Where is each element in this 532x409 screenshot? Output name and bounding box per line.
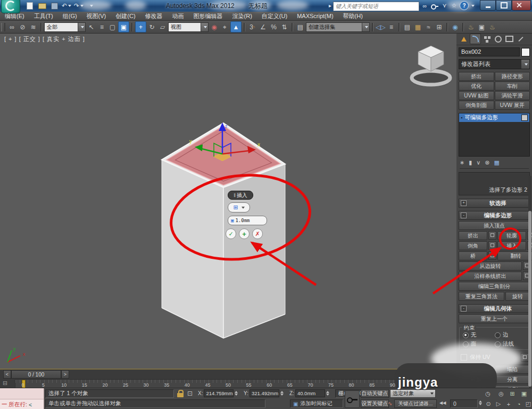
rectangular-selection-region-button[interactable]: ▢ (107, 22, 118, 32)
menu-item[interactable]: 动画 (168, 12, 189, 20)
selection-filter-caret[interactable] (78, 23, 85, 31)
configure-modifier-sets-icon[interactable]: ▦ (494, 159, 500, 166)
menu-item[interactable]: 渲染(R) (228, 12, 257, 20)
modifier-button-uvw-unwrap[interactable]: UVW 展开 (495, 101, 530, 110)
panel-scrollbar-thumb[interactable] (528, 211, 531, 387)
tab-motion[interactable] (493, 34, 503, 44)
auto-key-button[interactable]: 自动关键点 (361, 389, 389, 398)
bevel-settings-button[interactable] (488, 241, 496, 250)
minimize-button[interactable] (480, 0, 496, 11)
snaps-toggle-3d-button[interactable]: 3∩ (247, 22, 257, 32)
modifier-button-uvw-map[interactable]: UVW 贴图 (459, 91, 494, 100)
add-time-tag[interactable]: ▣ 添加时间标记 (290, 399, 343, 408)
favorites-star-icon[interactable]: ☆ (450, 2, 458, 10)
mirror-button[interactable]: ◁▷ (376, 22, 386, 32)
show-end-result-icon[interactable]: ▮ (469, 159, 472, 166)
object-color-swatch[interactable] (521, 48, 530, 56)
select-and-link-button[interactable]: ∞ (7, 22, 17, 32)
zoom-all-views-button[interactable]: ⊞ (508, 389, 517, 398)
modifier-button-lathe[interactable]: 车削 (495, 81, 530, 91)
orbit-button[interactable]: ◔ (514, 399, 523, 408)
maximize-viewport-toggle[interactable]: ◰ (523, 399, 532, 408)
close-button[interactable] (512, 0, 531, 11)
repeat-last-button[interactable]: 重复上一个 (459, 314, 530, 323)
modifier-list-caret[interactable] (521, 60, 529, 69)
flip-button[interactable]: 翻转 (497, 251, 532, 260)
set-key-button[interactable]: 设置关键点 (361, 399, 389, 408)
extrude-along-spline-button[interactable]: 沿样条线挤出 (459, 272, 522, 281)
select-and-move-button[interactable]: + (135, 21, 146, 32)
toolbar-grip[interactable] (1, 23, 5, 31)
menu-item[interactable]: 图形编辑器 (189, 12, 228, 20)
redo-button[interactable]: ↷ (73, 2, 84, 11)
infocenter-search-input[interactable] (333, 2, 419, 11)
pan-hand-button[interactable]: + (504, 399, 513, 408)
bind-to-space-warp-button[interactable]: ≋ (28, 22, 38, 32)
insert-vertex-button[interactable]: 插入顶点 (459, 221, 530, 230)
constraint-radio[interactable]: 无 (463, 331, 495, 339)
spinner-snap-toggle[interactable]: ⇅ (279, 22, 289, 32)
caddy-cancel-button[interactable]: ✗ (252, 228, 263, 239)
selection-set-caret[interactable] (362, 23, 369, 31)
search-icon[interactable]: ∞ (421, 2, 429, 10)
subscription-key-icon[interactable] (430, 2, 439, 10)
y-value-field[interactable]: 321.492mm (250, 389, 279, 397)
keyboard-shortcut-override-toggle[interactable]: ▲ (230, 21, 242, 32)
extrude-settings-button[interactable] (488, 231, 496, 240)
modifier-button-path-deform[interactable]: 路径变形 (495, 72, 530, 81)
trackbar-grip-icon[interactable]: ⊟ (3, 380, 7, 387)
communication-center-icon[interactable]: ⋎ (440, 2, 448, 10)
select-and-manipulate-button[interactable]: ⌖ (220, 22, 230, 32)
select-and-scale-button[interactable]: ▱ (157, 22, 168, 32)
caddy-title[interactable]: ‖ 插入 (228, 191, 253, 200)
z-value-field[interactable]: 40.0mm (295, 389, 325, 397)
extrude-button[interactable]: 挤出 (459, 231, 487, 240)
frame-spinner[interactable] (479, 400, 482, 405)
menu-item[interactable]: 创建(C) (111, 12, 140, 20)
caddy-amount-field[interactable]: ▣ 1.0mm (228, 216, 267, 225)
tab-display[interactable] (504, 34, 514, 44)
maxscript-mini-listener[interactable]: 一 所在行: < (0, 388, 44, 409)
pin-stack-icon[interactable]: ∗ (460, 159, 464, 166)
rollout-soft-selection[interactable]: + 软选择 (459, 199, 530, 208)
current-frame-indicator[interactable]: 0 / 100 (11, 370, 61, 379)
selection-lock-toggle[interactable] (177, 390, 184, 397)
default-in-out-tangents-icon[interactable]: ∿ (388, 400, 392, 406)
key-mode-toggle[interactable]: ⊙ (484, 399, 493, 408)
graphite-modeling-tools-button[interactable]: ▦ (413, 22, 423, 32)
z-spinner[interactable] (326, 391, 329, 396)
menu-item[interactable]: MAXScript(M) (292, 12, 338, 20)
selected-objects-dropdown[interactable]: 选定对象 (390, 389, 436, 398)
y-spinner[interactable] (280, 391, 284, 396)
save-button[interactable] (49, 2, 60, 11)
bridge-button[interactable]: 桥 (459, 251, 487, 260)
menu-item[interactable]: 修改器 (140, 12, 168, 20)
panel-scrollbar[interactable] (528, 176, 531, 386)
object-name-field[interactable]: Box002 (459, 47, 520, 56)
viewport-label[interactable]: [ + ] [ 正交 ] [ 真实 + 边面 ] (4, 35, 85, 43)
box-left-face[interactable] (162, 160, 223, 338)
qat-customize-button[interactable] (86, 2, 96, 11)
window-crossing-toggle[interactable]: ▣ (118, 21, 129, 32)
select-by-name-button[interactable]: ≡ (97, 22, 107, 32)
select-and-rotate-button[interactable]: ↻ (147, 22, 157, 32)
edit-triangulation-button[interactable]: 编辑三角剖分 (459, 282, 530, 291)
rollout-edit-polygons[interactable]: - 编辑多边形 (459, 211, 530, 220)
bridge-settings-button[interactable] (488, 251, 496, 260)
preserve-uv-settings-button[interactable] (521, 353, 529, 362)
turn-button[interactable]: 旋转 (505, 292, 530, 301)
previous-frame-button[interactable]: < (3, 370, 11, 379)
viewcube[interactable] (408, 43, 454, 92)
detach-button[interactable]: 分离 (495, 375, 530, 384)
make-unique-icon[interactable]: ∨ (476, 159, 480, 166)
modifier-button-turbosmooth[interactable]: 涡轮平滑 (495, 91, 530, 100)
key-filters-button[interactable]: 关键点过滤器... (394, 399, 437, 408)
modifier-button-extrude[interactable]: 挤出 (459, 72, 494, 81)
remove-modifier-icon[interactable]: ⊗ (485, 159, 489, 166)
named-selection-set-dropdown[interactable]: 创建选择集 (306, 22, 370, 32)
tab-modify[interactable] (470, 34, 481, 44)
field-of-view-button[interactable]: ▷ (494, 399, 503, 408)
modifier-button-optimize[interactable]: 优化 (459, 81, 494, 91)
rollout-collapse-icon[interactable]: - (461, 306, 467, 312)
edit-named-selection-sets-button[interactable]: ▤ (295, 22, 305, 32)
